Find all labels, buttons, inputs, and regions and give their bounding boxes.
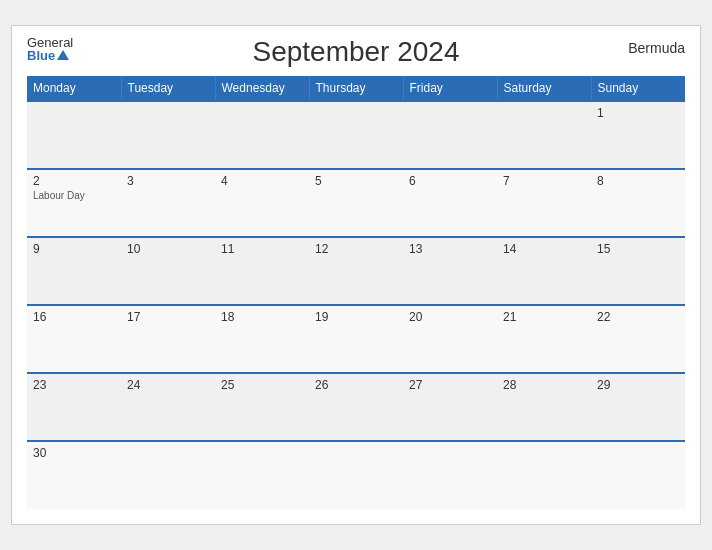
header-thursday: Thursday: [309, 76, 403, 101]
table-row: 13: [403, 237, 497, 305]
logo: General Blue: [27, 36, 73, 62]
day-number: 9: [33, 242, 115, 256]
table-row: 3: [121, 169, 215, 237]
day-number: 19: [315, 310, 397, 324]
table-row: 27: [403, 373, 497, 441]
calendar-week-row: 2Labour Day345678: [27, 169, 685, 237]
holiday-label: Labour Day: [33, 190, 115, 201]
day-number: 10: [127, 242, 209, 256]
table-row: 12: [309, 237, 403, 305]
table-row: [121, 101, 215, 169]
day-number: 11: [221, 242, 303, 256]
table-row: 25: [215, 373, 309, 441]
table-row: 22: [591, 305, 685, 373]
day-number: 3: [127, 174, 209, 188]
table-row: 8: [591, 169, 685, 237]
day-number: 13: [409, 242, 491, 256]
calendar-week-row: 23242526272829: [27, 373, 685, 441]
table-row: 2Labour Day: [27, 169, 121, 237]
day-number: 21: [503, 310, 585, 324]
table-row: [403, 101, 497, 169]
table-row: [591, 441, 685, 509]
day-number: 8: [597, 174, 679, 188]
table-row: 11: [215, 237, 309, 305]
header-tuesday: Tuesday: [121, 76, 215, 101]
header-saturday: Saturday: [497, 76, 591, 101]
table-row: 30: [27, 441, 121, 509]
day-number: 2: [33, 174, 115, 188]
table-row: 26: [309, 373, 403, 441]
calendar-container: General Blue September 2024 Bermuda Mond…: [11, 25, 701, 525]
table-row: 10: [121, 237, 215, 305]
table-row: [309, 441, 403, 509]
day-number: 7: [503, 174, 585, 188]
table-row: 9: [27, 237, 121, 305]
table-row: 1: [591, 101, 685, 169]
table-row: 17: [121, 305, 215, 373]
day-number: 4: [221, 174, 303, 188]
table-row: [497, 441, 591, 509]
day-number: 1: [597, 106, 679, 120]
table-row: [27, 101, 121, 169]
day-number: 27: [409, 378, 491, 392]
day-number: 24: [127, 378, 209, 392]
header-friday: Friday: [403, 76, 497, 101]
day-number: 29: [597, 378, 679, 392]
table-row: [309, 101, 403, 169]
header-sunday: Sunday: [591, 76, 685, 101]
logo-blue-text: Blue: [27, 49, 69, 62]
day-number: 14: [503, 242, 585, 256]
table-row: 7: [497, 169, 591, 237]
table-row: 20: [403, 305, 497, 373]
table-row: 18: [215, 305, 309, 373]
day-number: 6: [409, 174, 491, 188]
calendar-week-row: 16171819202122: [27, 305, 685, 373]
table-row: 29: [591, 373, 685, 441]
table-row: [121, 441, 215, 509]
table-row: 6: [403, 169, 497, 237]
day-number: 23: [33, 378, 115, 392]
day-number: 22: [597, 310, 679, 324]
table-row: 23: [27, 373, 121, 441]
table-row: 19: [309, 305, 403, 373]
day-number: 30: [33, 446, 115, 460]
table-row: 5: [309, 169, 403, 237]
day-number: 15: [597, 242, 679, 256]
day-number: 20: [409, 310, 491, 324]
logo-triangle-icon: [57, 50, 69, 60]
table-row: 15: [591, 237, 685, 305]
day-number: 12: [315, 242, 397, 256]
header-monday: Monday: [27, 76, 121, 101]
table-row: 24: [121, 373, 215, 441]
calendar-week-row: 1: [27, 101, 685, 169]
days-header-row: Monday Tuesday Wednesday Thursday Friday…: [27, 76, 685, 101]
table-row: [215, 101, 309, 169]
calendar-header: General Blue September 2024 Bermuda: [27, 36, 685, 68]
calendar-table: Monday Tuesday Wednesday Thursday Friday…: [27, 76, 685, 509]
day-number: 17: [127, 310, 209, 324]
day-number: 28: [503, 378, 585, 392]
table-row: 4: [215, 169, 309, 237]
table-row: [215, 441, 309, 509]
day-number: 26: [315, 378, 397, 392]
day-number: 25: [221, 378, 303, 392]
region-label: Bermuda: [628, 40, 685, 56]
calendar-week-row: 9101112131415: [27, 237, 685, 305]
calendar-week-row: 30: [27, 441, 685, 509]
day-number: 18: [221, 310, 303, 324]
table-row: 14: [497, 237, 591, 305]
table-row: 28: [497, 373, 591, 441]
day-number: 5: [315, 174, 397, 188]
header-wednesday: Wednesday: [215, 76, 309, 101]
table-row: 21: [497, 305, 591, 373]
day-number: 16: [33, 310, 115, 324]
table-row: 16: [27, 305, 121, 373]
calendar-title: September 2024: [252, 36, 459, 68]
table-row: [497, 101, 591, 169]
table-row: [403, 441, 497, 509]
